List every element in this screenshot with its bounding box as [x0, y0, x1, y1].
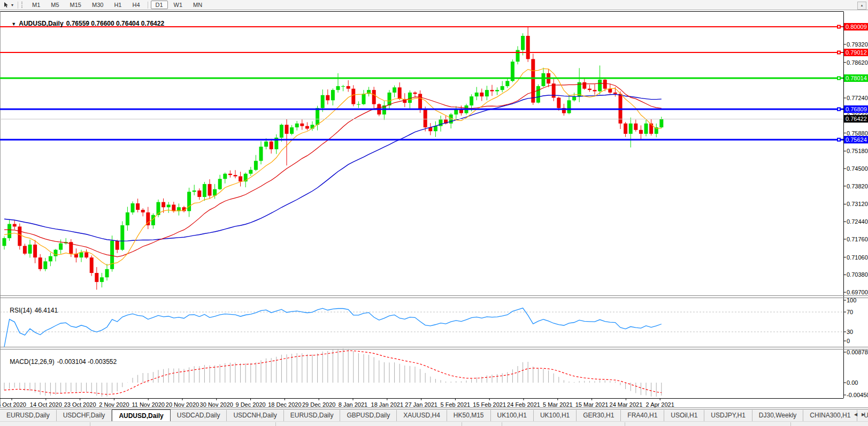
svg-text:0.72440: 0.72440 [847, 218, 868, 225]
svg-text:20 Nov 2020: 20 Nov 2020 [166, 401, 199, 408]
timeframe-button-h4[interactable]: H4 [127, 1, 144, 9]
svg-text:11 Nov 2020: 11 Nov 2020 [132, 401, 165, 408]
tab-usdjpy-h1[interactable]: USDJPY,H1 [704, 410, 752, 421]
tab-uk100-h1[interactable]: UK100,H1 [534, 410, 577, 421]
rsi-value: 46.4141 [35, 307, 58, 314]
svg-text:2 Apr 2021: 2 Apr 2021 [646, 401, 674, 408]
current-price-line: 0.76422 [0, 115, 868, 123]
time-axis[interactable]: 5 Oct 202014 Oct 202023 Oct 20202 Nov 20… [0, 398, 674, 408]
cursor-arrow-icon [3, 2, 10, 8]
svg-text:8 Jan 2021: 8 Jan 2021 [339, 401, 367, 408]
status-divider [90, 422, 90, 426]
chart-frame [0, 12, 868, 408]
tab-scroll-right-icon[interactable]: ▶ [859, 411, 867, 419]
svg-text:30: 30 [847, 329, 853, 335]
tab-hk50-m15[interactable]: HK50,M15 [447, 410, 491, 421]
status-divider [502, 422, 502, 426]
svg-text:0.77240: 0.77240 [847, 95, 868, 101]
status-divider [462, 422, 462, 426]
svg-text:0: 0 [847, 338, 850, 344]
status-strip [0, 421, 868, 426]
toolbar-separator [148, 2, 148, 9]
tab-usoil-h1[interactable]: USOil,H1 [664, 410, 704, 421]
svg-text:0.71760: 0.71760 [847, 236, 868, 242]
svg-text:27 Jan 2021: 27 Jan 2021 [405, 401, 437, 408]
svg-text:-0.004503: -0.004503 [847, 392, 868, 398]
svg-text:0.73820: 0.73820 [847, 183, 868, 189]
collapse-arrow-icon[interactable]: ▼ [11, 21, 16, 27]
svg-text:30 Nov 2020: 30 Nov 2020 [200, 401, 233, 408]
timeframe-button-m30[interactable]: M30 [87, 1, 108, 9]
rsi-name: RSI(14) [10, 307, 32, 314]
status-divider [625, 422, 625, 426]
svg-text:0.79012: 0.79012 [846, 49, 867, 56]
svg-text:15 Mar 2021: 15 Mar 2021 [575, 401, 609, 408]
tab-dj30-weekly[interactable]: DJ30,Weekly [752, 410, 803, 421]
toolbar-separator [18, 2, 18, 9]
svg-text:0.74500: 0.74500 [847, 165, 868, 172]
svg-text:0.00: 0.00 [847, 379, 858, 386]
tab-audusd-daily[interactable]: AUDUSD,Daily [112, 409, 170, 421]
tab-eurusd-daily[interactable]: EURUSD,Daily [284, 410, 341, 421]
tab-xauusd-h4[interactable]: XAUUSD,H4 [397, 410, 447, 421]
tab-gbpusd-daily[interactable]: GBPUSD,Daily [340, 410, 397, 421]
svg-text:0.76422: 0.76422 [846, 116, 867, 122]
chart-symbol-label: AUDUSD,Daily [19, 20, 63, 27]
svg-text:24 Feb 2021: 24 Feb 2021 [507, 401, 540, 408]
status-divider [790, 422, 791, 426]
tab-scroll-buttons: ◀ ▶ [852, 411, 867, 419]
rsi-panel-layer [0, 308, 843, 347]
cursor-tool-button[interactable]: ▾ [1, 1, 16, 9]
tab-eurusd-daily[interactable]: EURUSD,Daily [0, 410, 57, 421]
tab-fra40-h1[interactable]: FRA40,H1 [621, 410, 664, 421]
svg-text:15 Feb 2021: 15 Feb 2021 [473, 401, 506, 408]
status-divider [275, 422, 276, 426]
timeframe-button-mn[interactable]: MN [188, 1, 207, 9]
toolbar-overflow-button[interactable]: ▴ [857, 2, 866, 10]
tab-usdchf-daily[interactable]: USDCHF,Daily [57, 410, 112, 421]
timeframe-button-w1[interactable]: W1 [169, 1, 188, 9]
chart-tabs: EURUSD,DailyUSDCHF,DailyAUDUSD,DailyUSDC… [0, 409, 868, 421]
svg-text:0.71060: 0.71060 [847, 254, 868, 261]
svg-text:0.79320: 0.79320 [847, 41, 868, 48]
rsi-indicator-label: RSI(14)46.4141 [3, 299, 58, 322]
svg-text:5 Feb 2021: 5 Feb 2021 [441, 401, 471, 408]
mt4-terminal: { "toolbar": { "timeframe_groups": [["M1… [0, 0, 868, 426]
timeframe-button-d1[interactable]: D1 [151, 1, 168, 9]
candlesticks-layer [3, 27, 664, 290]
tab-scroll-left-icon[interactable]: ◀ [852, 411, 859, 419]
svg-text:0.75624: 0.75624 [846, 136, 867, 143]
svg-text:29 Dec 2020: 29 Dec 2020 [302, 401, 335, 408]
timeframe-buttons: M1M5M15M30H1H4D1W1MN [27, 1, 208, 9]
svg-text:0.73120: 0.73120 [847, 201, 868, 207]
chevron-down-icon: ▾ [11, 3, 13, 7]
svg-text:18 Jan 2021: 18 Jan 2021 [371, 401, 404, 408]
svg-text:2 Nov 2020: 2 Nov 2020 [99, 401, 129, 408]
tab-usdcnh-daily[interactable]: USDCNH,Daily [227, 410, 283, 421]
timeframe-button-m1[interactable]: M1 [27, 1, 45, 9]
timeframe-button-h1[interactable]: H1 [109, 1, 126, 9]
svg-text:23 Oct 2020: 23 Oct 2020 [64, 401, 96, 408]
svg-text:18 Dec 2020: 18 Dec 2020 [268, 401, 301, 408]
svg-text:100: 100 [847, 297, 856, 303]
tab-ger30-h1[interactable]: GER30,H1 [577, 410, 621, 421]
price-axis[interactable]: 0.793200.786200.779400.772400.765600.758… [843, 41, 868, 398]
macd-name: MACD(12,26,9) [10, 358, 54, 366]
toolbar-grip[interactable] [21, 2, 24, 8]
chart-ohlc-values: 0.76559 0.76600 0.76404 0.76422 [66, 20, 165, 27]
tab-usdcad-daily[interactable]: USDCAD,Daily [171, 410, 227, 421]
timeframe-button-m5[interactable]: M5 [46, 1, 64, 9]
price-levels-layer[interactable]: 0.800090.790120.780140.768090.75624 [0, 23, 868, 143]
chart-canvas[interactable]: 0.793200.786200.779400.772400.765600.758… [0, 11, 868, 408]
svg-text:14 Oct 2020: 14 Oct 2020 [30, 401, 62, 408]
svg-text:0.75880: 0.75880 [847, 130, 868, 136]
chart-window: 0.793200.786200.779400.772400.765600.758… [0, 11, 868, 408]
timeframe-button-m15[interactable]: M15 [65, 1, 86, 9]
svg-text:0.70380: 0.70380 [847, 271, 868, 278]
tab-uk100-h1[interactable]: UK100,H1 [491, 410, 534, 421]
macd-indicator-label: MACD(12,26,9)-0.003104 -0.003552 [3, 351, 117, 373]
svg-text:70: 70 [847, 309, 853, 315]
tab-china300-h1[interactable]: CHINA300,H1 [803, 410, 857, 421]
svg-text:0.76809: 0.76809 [846, 106, 867, 112]
svg-text:0.78014: 0.78014 [846, 75, 867, 81]
